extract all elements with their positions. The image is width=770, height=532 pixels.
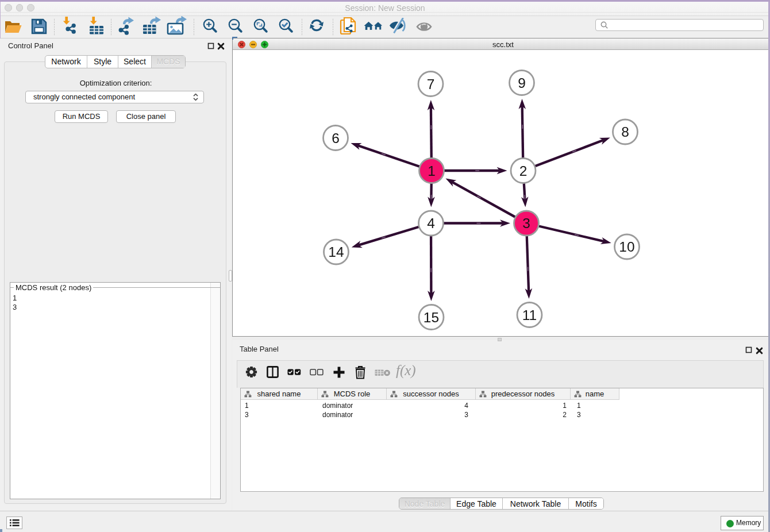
svg-text:11: 11	[522, 307, 537, 323]
svg-text:10: 10	[619, 239, 634, 255]
svg-text:6: 6	[332, 130, 340, 146]
svg-text:8: 8	[621, 124, 629, 140]
svg-text:2: 2	[519, 163, 528, 179]
svg-text:3: 3	[522, 215, 530, 231]
svg-text:4: 4	[427, 215, 435, 231]
svg-text:14: 14	[328, 244, 344, 260]
svg-text:15: 15	[424, 310, 439, 325]
svg-text:7: 7	[427, 76, 435, 92]
svg-text:1: 1	[428, 163, 436, 179]
svg-text:9: 9	[518, 75, 526, 91]
